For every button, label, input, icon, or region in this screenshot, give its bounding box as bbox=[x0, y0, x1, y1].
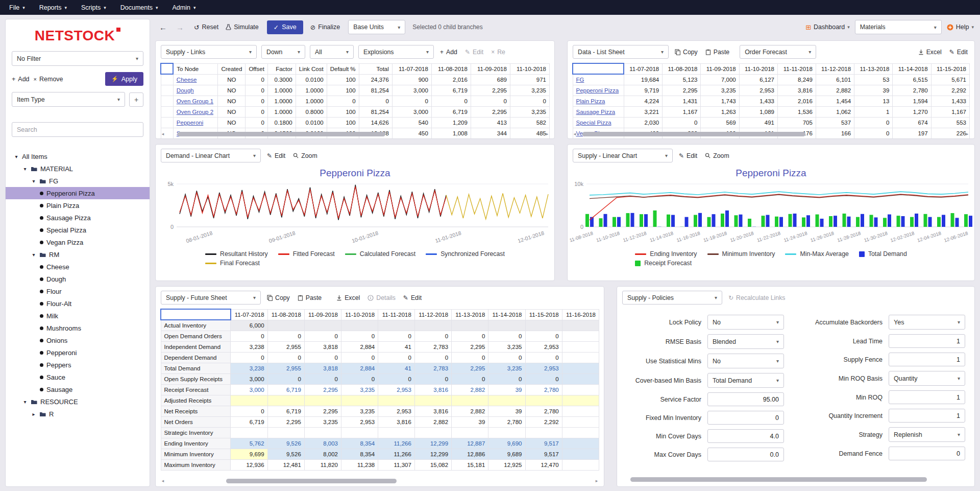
supply-chart-select[interactable]: Supply - Linear Chart▾ bbox=[573, 149, 673, 162]
tree-item-pepperoni[interactable]: Pepperoni bbox=[6, 346, 150, 359]
apply-button[interactable]: ⚡Apply bbox=[105, 72, 143, 86]
legend-item-calculated-forecast[interactable]: Calculated Forecast bbox=[345, 250, 415, 258]
tree-item-peppers[interactable]: Peppers bbox=[6, 359, 150, 371]
tree-item-material[interactable]: ▾MATERIAL bbox=[6, 162, 150, 175]
tree-item-sauce[interactable]: Sauce bbox=[6, 371, 150, 383]
caret-down-icon[interactable]: ▾ bbox=[31, 252, 36, 258]
legend-item-minimum-inventory[interactable]: Minimum Inventory bbox=[707, 250, 775, 258]
scroll-right-icon[interactable]: ▸ bbox=[545, 131, 550, 136]
links-view-select[interactable]: Supply - Links▾ bbox=[161, 45, 257, 59]
item-link-pepperoni-pizza[interactable]: Pepperoni Pizza bbox=[576, 87, 619, 93]
tree-item-dough[interactable]: Dough bbox=[6, 273, 150, 285]
simulate-button[interactable]: Simulate bbox=[226, 24, 259, 31]
row-select-cell[interactable] bbox=[161, 85, 173, 96]
future-excel-button[interactable]: Excel bbox=[335, 293, 361, 302]
scroll-left-icon[interactable]: ◂ bbox=[160, 478, 165, 483]
finalize-button[interactable]: ⊘Finalize bbox=[310, 24, 340, 31]
tree-item-sausage-pizza[interactable]: Sausage Pizza bbox=[6, 212, 150, 224]
remove-filter-button[interactable]: ×Remove bbox=[34, 76, 63, 83]
list-hscrollbar[interactable]: ◂▸ bbox=[572, 131, 970, 137]
row-select-cell[interactable] bbox=[161, 74, 173, 85]
accumulate-backorders-select[interactable]: Yes▾ bbox=[889, 315, 965, 330]
scroll-right-icon[interactable]: ▸ bbox=[965, 131, 970, 136]
future-view-select[interactable]: Supply - Future Sheet▾ bbox=[161, 291, 261, 305]
menu-admin[interactable]: Admin▾ bbox=[165, 0, 203, 15]
table-cell[interactable] bbox=[341, 395, 378, 406]
table-cell[interactable] bbox=[562, 395, 599, 406]
recalculate-links-button[interactable]: ↻Recalculate Links bbox=[727, 293, 787, 302]
legend-item-final-forecast[interactable]: Final Forecast bbox=[205, 260, 260, 267]
lead-time-input[interactable] bbox=[889, 334, 965, 348]
quantity-increment-input[interactable] bbox=[889, 409, 965, 423]
add-filter-button[interactable]: +Add bbox=[12, 76, 30, 83]
tree-item-flour-alt[interactable]: Flour-Alt bbox=[6, 297, 150, 310]
help-button[interactable]: Help▾ bbox=[947, 24, 974, 31]
reset-button[interactable]: ↺Reset bbox=[194, 24, 218, 31]
service-factor-input[interactable] bbox=[707, 392, 784, 406]
caret-down-icon[interactable]: ▾ bbox=[22, 399, 28, 405]
min-roq-basis-select[interactable]: Quantity▾ bbox=[889, 371, 965, 386]
list-copy-button[interactable]: Copy bbox=[673, 48, 699, 57]
row-select-cell[interactable] bbox=[161, 96, 173, 106]
future-paste-button[interactable]: Paste bbox=[296, 293, 323, 302]
dashboard-button[interactable]: ⊞Dashboard▾ bbox=[805, 24, 850, 31]
legend-item-receipt-forecast[interactable]: Receipt Forecast bbox=[635, 260, 692, 267]
table-cell[interactable] bbox=[488, 395, 525, 406]
save-button[interactable]: ✓Save bbox=[267, 20, 303, 34]
links-add-button[interactable]: +Add bbox=[438, 48, 459, 57]
table-cell[interactable] bbox=[304, 395, 341, 406]
select-all-cell[interactable] bbox=[161, 63, 173, 74]
lock-policy-select[interactable]: No▾ bbox=[707, 315, 784, 330]
legend-item-resultant-history[interactable]: Resultant History bbox=[205, 250, 268, 258]
tree-item-r[interactable]: ▸R bbox=[6, 408, 150, 420]
filter-select[interactable]: No Filter▾ bbox=[12, 51, 143, 66]
future-hscrollbar[interactable]: ◂▸ bbox=[160, 478, 599, 484]
demand-zoom-button[interactable]: Zoom bbox=[291, 151, 318, 160]
future-details-button[interactable]: Details bbox=[366, 293, 397, 302]
tree-item-cheese[interactable]: Cheese bbox=[6, 261, 150, 273]
menu-reports[interactable]: Reports▾ bbox=[32, 0, 74, 15]
node-link-oven-group-1[interactable]: Oven Group 1 bbox=[177, 98, 213, 104]
min-roq-input[interactable] bbox=[889, 390, 965, 404]
corner-cell[interactable] bbox=[161, 309, 231, 320]
tree-item-pepperoni-pizza[interactable]: Pepperoni Pizza bbox=[6, 187, 150, 199]
tree-item-fg[interactable]: ▾FG bbox=[6, 175, 150, 187]
corner-cell[interactable] bbox=[573, 63, 624, 74]
add-criteria-button[interactable]: + bbox=[129, 92, 143, 107]
item-link-fg[interactable]: FG bbox=[576, 77, 584, 83]
back-button[interactable]: ← bbox=[156, 22, 170, 33]
links-mode-select[interactable]: Explosions▾ bbox=[358, 45, 434, 59]
menu-documents[interactable]: Documents▾ bbox=[113, 0, 165, 15]
table-cell[interactable] bbox=[267, 395, 304, 406]
table-cell[interactable] bbox=[414, 395, 451, 406]
item-type-select[interactable]: Item Type▾ bbox=[12, 92, 125, 107]
forward-button[interactable]: → bbox=[173, 22, 187, 33]
legend-item-min-max-average[interactable]: Min-Max Average bbox=[785, 250, 848, 258]
tree-item-all-items[interactable]: ▾All Items bbox=[6, 150, 150, 162]
row-select-cell[interactable] bbox=[161, 106, 173, 117]
links-direction-select[interactable]: Down▾ bbox=[261, 45, 305, 59]
row-select-cell[interactable] bbox=[161, 117, 173, 128]
legend-item-ending-inventory[interactable]: Ending Inventory bbox=[635, 250, 697, 258]
table-cell[interactable] bbox=[231, 395, 268, 406]
future-copy-button[interactable]: Copy bbox=[265, 293, 291, 302]
tree-item-milk[interactable]: Milk bbox=[6, 310, 150, 322]
caret-down-icon[interactable]: ▾ bbox=[22, 166, 28, 172]
node-link-oven-group-2[interactable]: Oven Group 2 bbox=[177, 109, 213, 115]
tree-search-input[interactable] bbox=[12, 122, 143, 137]
item-link-plain-pizza[interactable]: Plain Pizza bbox=[576, 98, 605, 104]
order-forecast-select[interactable]: Order Forecast▾ bbox=[740, 45, 816, 59]
tree-item-rm[interactable]: ▾RM bbox=[6, 248, 150, 261]
demand-edit-button[interactable]: ✎Edit bbox=[265, 151, 287, 160]
min-cover-days-input[interactable] bbox=[707, 429, 784, 443]
supply-zoom-button[interactable]: Zoom bbox=[703, 151, 730, 160]
tree-item-plain-pizza[interactable]: Plain Pizza bbox=[6, 199, 150, 212]
cover-based-min-basis-select[interactable]: Total Demand▾ bbox=[707, 373, 784, 388]
table-cell[interactable] bbox=[378, 395, 415, 406]
list-view-select[interactable]: Data - List Sheet▾ bbox=[573, 45, 669, 59]
legend-item-synchronized-forecast[interactable]: Synchronized Forecast bbox=[426, 250, 505, 258]
node-link-dough[interactable]: Dough bbox=[177, 87, 194, 93]
caret-down-icon[interactable]: ▾ bbox=[14, 154, 19, 159]
tree-item-mushrooms[interactable]: Mushrooms bbox=[6, 322, 150, 334]
legend-item-total-demand[interactable]: Total Demand bbox=[859, 250, 907, 258]
